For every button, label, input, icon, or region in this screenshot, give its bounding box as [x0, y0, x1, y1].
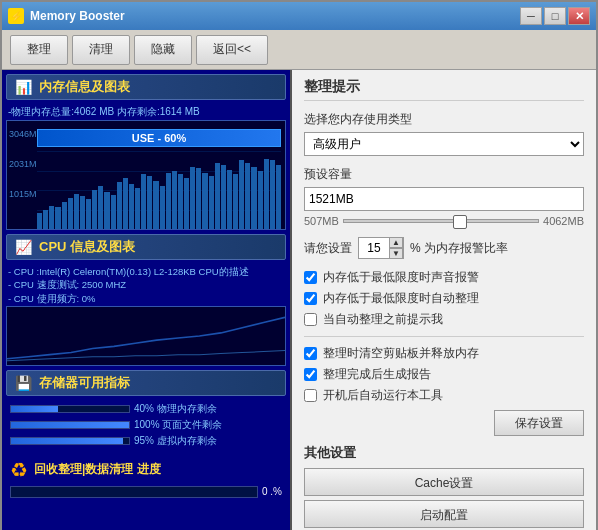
progress-bar-outer	[10, 486, 258, 498]
app-icon: ⚡	[8, 8, 24, 24]
window-controls: ─ □ ✕	[520, 7, 590, 25]
checkbox-6[interactable]	[304, 389, 317, 402]
slider-row: 507MB 4062MB	[304, 215, 584, 227]
progress-icon: ♻	[10, 458, 28, 482]
slider-thumb[interactable]	[453, 215, 467, 229]
graph-bar	[270, 160, 275, 229]
checkbox-4[interactable]	[304, 347, 317, 360]
graph-bar	[258, 171, 263, 230]
progress-title: 回收整理|数据清理 进度	[34, 461, 161, 478]
graph-bar	[135, 188, 140, 229]
checkbox-1[interactable]	[304, 271, 317, 284]
checkbox-group-2: 整理时清空剪贴板并释放内存 整理完成后生成报告 开机后自动运行本工具	[304, 345, 584, 404]
graph-bar	[227, 170, 232, 229]
storage-section: 💾 存储器可用指标 40% 物理内存剩余 100% 页面文件剩余	[6, 370, 286, 452]
checkbox-label-5: 整理完成后生成报告	[323, 366, 431, 383]
graph-bar	[86, 199, 91, 229]
graph-label-mid: 2031M	[9, 159, 37, 169]
graph-bar	[190, 167, 195, 229]
capacity-group: 预设容量 1521MB 507MB 4062MB	[304, 166, 584, 227]
toolbar: 整理 清理 隐藏 返回<<	[2, 30, 596, 70]
graph-bar	[221, 165, 226, 229]
graph-bar	[202, 173, 207, 229]
ratio-input[interactable]	[359, 238, 389, 258]
maximize-button[interactable]: □	[544, 7, 566, 25]
graph-bar	[80, 196, 85, 229]
cpu-section: 📈 CPU 信息及图表 - CPU :Intel(R) Celeron(TM)(…	[6, 234, 286, 366]
graph-bar	[276, 165, 281, 229]
cpu-graph	[6, 306, 286, 366]
ratio-down-button[interactable]: ▼	[389, 248, 403, 259]
main-window: ⚡ Memory Booster ─ □ ✕ 整理 清理 隐藏 返回<< 📊 内…	[0, 0, 598, 530]
graph-bar	[55, 207, 60, 229]
capacity-value: 1521MB	[304, 187, 584, 211]
minimize-button[interactable]: ─	[520, 7, 542, 25]
window-title: Memory Booster	[30, 9, 520, 23]
storage-row-2: 100% 页面文件剩余	[10, 418, 282, 432]
checkbox-5[interactable]	[304, 368, 317, 381]
startup-button[interactable]: 启动配置	[304, 500, 584, 528]
graph-bar	[49, 206, 54, 229]
graph-bar	[104, 192, 109, 229]
checkbox-label-3: 当自动整理之前提示我	[323, 311, 443, 328]
memory-icon: 📊	[13, 77, 33, 97]
checkbox-item-3: 当自动整理之前提示我	[304, 311, 584, 328]
checkbox-label-4: 整理时清空剪贴板并释放内存	[323, 345, 479, 362]
memory-type-select[interactable]: 高级用户	[304, 132, 584, 156]
cpu-section-header: 📈 CPU 信息及图表	[6, 234, 286, 260]
graph-bar	[178, 174, 183, 229]
cpu-info: - CPU :Intel(R) Celeron(TM)(0.13) L2-128…	[6, 264, 286, 306]
cpu-info-line-2: - CPU 速度测试: 2500 MHZ	[8, 278, 284, 291]
storage-bar-3	[10, 437, 130, 445]
clean-button[interactable]: 清理	[72, 35, 130, 65]
storage-label-3: 95% 虚拟内存剩余	[134, 434, 217, 448]
storage-bar-1	[10, 405, 130, 413]
storage-bar-2	[10, 421, 130, 429]
graph-bar	[129, 184, 134, 229]
storage-fill-2	[11, 422, 129, 428]
cpu-section-title: CPU 信息及图表	[39, 238, 135, 256]
checkbox-2[interactable]	[304, 292, 317, 305]
ratio-row: 请您设置 ▲ ▼ % 为内存报警比率	[304, 237, 584, 259]
right-panel: 整理提示 选择您内存使用类型 高级用户 预设容量 1521MB 507MB 40…	[292, 70, 596, 530]
memory-type-label: 选择您内存使用类型	[304, 111, 584, 128]
ratio-up-button[interactable]: ▲	[389, 237, 403, 248]
progress-section: ♻ 回收整理|数据清理 进度	[6, 456, 286, 484]
slider-track[interactable]	[343, 219, 539, 223]
memory-info: -物理内存总量:4062 MB 内存剩余:1614 MB	[6, 104, 286, 120]
storage-label-1: 40% 物理内存剩余	[134, 402, 217, 416]
ratio-label-suffix: % 为内存报警比率	[410, 240, 508, 257]
graph-bar	[37, 213, 42, 229]
hide-button[interactable]: 隐藏	[134, 35, 192, 65]
storage-section-title: 存储器可用指标	[39, 374, 130, 392]
graph-bar	[141, 174, 146, 229]
main-content: 📊 内存信息及图表 -物理内存总量:4062 MB 内存剩余:1614 MB 3…	[2, 70, 596, 530]
save-button[interactable]: 保存设置	[494, 410, 584, 436]
graph-bar	[245, 163, 250, 229]
checkbox-3[interactable]	[304, 313, 317, 326]
close-button[interactable]: ✕	[568, 7, 590, 25]
left-panel: 📊 内存信息及图表 -物理内存总量:4062 MB 内存剩余:1614 MB 3…	[2, 70, 292, 530]
cache-button[interactable]: Cache设置	[304, 468, 584, 496]
divider-1	[304, 336, 584, 337]
checkbox-item-5: 整理完成后生成报告	[304, 366, 584, 383]
checkbox-label-6: 开机后自动运行本工具	[323, 387, 443, 404]
cpu-info-line-1: - CPU :Intel(R) Celeron(TM)(0.13) L2-128…	[8, 265, 284, 278]
graph-bar	[166, 173, 171, 229]
storage-icon: 💾	[13, 373, 33, 393]
title-bar: ⚡ Memory Booster ─ □ ✕	[2, 2, 596, 30]
progress-pct: 0 .%	[262, 486, 282, 497]
graph-bar	[233, 174, 238, 229]
graph-bar	[92, 190, 97, 229]
checkbox-label-1: 内存低于最低限度时声音报警	[323, 269, 479, 286]
slider-max: 4062MB	[543, 215, 584, 227]
other-settings-title: 其他设置	[304, 444, 584, 462]
organize-button[interactable]: 整理	[10, 35, 68, 65]
graph-label-top: 3046M	[9, 129, 37, 139]
graph-bar	[215, 163, 220, 229]
storage-fill-1	[11, 406, 58, 412]
back-button[interactable]: 返回<<	[196, 35, 268, 65]
ratio-input-wrapper: ▲ ▼	[358, 237, 404, 259]
ratio-label-prefix: 请您设置	[304, 240, 352, 257]
memory-section-title: 内存信息及图表	[39, 78, 130, 96]
